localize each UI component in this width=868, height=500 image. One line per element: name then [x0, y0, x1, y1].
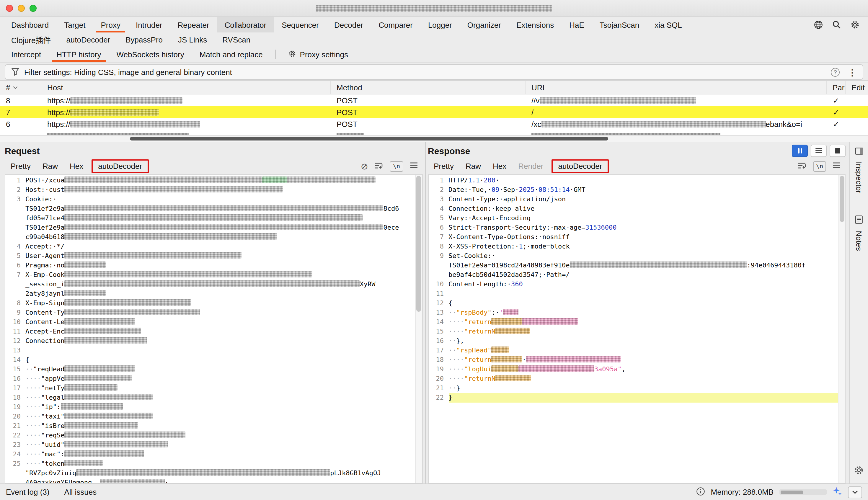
- ext-tab-rvscan[interactable]: RVScan: [215, 33, 258, 47]
- pause-updates-button[interactable]: [792, 144, 808, 157]
- request-title: Request: [5, 146, 40, 156]
- notes-tab[interactable]: Notes: [854, 231, 863, 251]
- newline-toggle[interactable]: \n: [390, 161, 403, 171]
- line-number: 4: [5, 242, 25, 251]
- notes-icon[interactable]: [855, 216, 863, 226]
- main-tab-extensions[interactable]: Extensions: [509, 17, 562, 33]
- help-icon[interactable]: ?: [831, 68, 839, 77]
- info-icon[interactable]: [696, 487, 705, 497]
- cell-url: /xcebank&o=i: [526, 120, 827, 128]
- main-tab-xia-sql[interactable]: xia SQL: [647, 17, 690, 33]
- redacted-content: [287, 177, 375, 183]
- column-header-method[interactable]: Method: [331, 81, 526, 94]
- column-header-url[interactable]: URL: [526, 81, 827, 94]
- column-header--[interactable]: #: [0, 81, 41, 94]
- more-options-icon[interactable]: ⋮: [848, 68, 857, 77]
- proxy-tab-websockets-history[interactable]: WebSockets history: [109, 47, 192, 62]
- redacted-content: [65, 413, 153, 419]
- main-tab-logger[interactable]: Logger: [420, 17, 460, 33]
- response-editor[interactable]: 1HTTP/1.1·200·2Date:·Tue,·09·Sep·2025·08…: [428, 174, 846, 484]
- code-line: 2aty8jaynl: [5, 289, 422, 299]
- request-tab-raw[interactable]: Raw: [37, 160, 64, 172]
- main-tab-target[interactable]: Target: [56, 17, 93, 33]
- soft-wrap-icon[interactable]: [375, 161, 384, 171]
- ext-tab-bypasspro[interactable]: BypassPro: [118, 33, 170, 47]
- request-tab-autodecoder[interactable]: autoDecoder: [91, 159, 148, 173]
- inspector-tab[interactable]: Inspector: [854, 162, 863, 193]
- cell-method: POST: [331, 120, 526, 128]
- proxy-tab-http-history[interactable]: HTTP history: [49, 47, 109, 62]
- history-horizontal-scrollbar[interactable]: [0, 135, 868, 142]
- all-issues-button[interactable]: All issues: [64, 488, 97, 497]
- column-header-host[interactable]: Host: [41, 81, 331, 94]
- request-scrollbar-thumb[interactable]: [416, 176, 421, 311]
- request-editor[interactable]: 1POST·/xcua2Host:·cust3Cookie:·TS01ef2e9…: [5, 174, 422, 484]
- menu-icon[interactable]: [409, 162, 418, 171]
- layout-rows-button[interactable]: [811, 144, 827, 157]
- response-tab-autodecoder[interactable]: autoDecoder: [552, 159, 609, 173]
- browser-globe-icon[interactable]: [814, 20, 823, 30]
- hide-nonprintable-icon[interactable]: ⊘: [361, 162, 368, 171]
- main-tab-collaborator[interactable]: Collaborator: [217, 17, 274, 33]
- mini-scrollbar-thumb[interactable]: [781, 490, 803, 494]
- code-line: TS01ef2e9a8cd6: [5, 204, 422, 214]
- redacted-content: [492, 346, 509, 353]
- column-header-edit[interactable]: Edit: [846, 81, 868, 94]
- newline-toggle[interactable]: \n: [813, 161, 826, 171]
- history-scrollbar-thumb[interactable]: [130, 137, 608, 140]
- history-row-partial[interactable]: [0, 130, 868, 135]
- chevron-down-button[interactable]: [848, 486, 862, 498]
- filter-settings-bar[interactable]: Filter settings: Hiding CSS, image and g…: [5, 64, 863, 80]
- code-line: 1POST·/xcua: [5, 176, 422, 185]
- request-tab-pretty[interactable]: Pretty: [5, 160, 37, 172]
- main-tab-dashboard[interactable]: Dashboard: [3, 17, 56, 33]
- settings-gear-icon[interactable]: [850, 20, 860, 30]
- response-tab-pretty[interactable]: Pretty: [428, 160, 460, 172]
- ext-tab-autodecoder[interactable]: autoDecoder: [58, 33, 118, 47]
- response-scrollbar-thumb[interactable]: [839, 176, 844, 222]
- proxy-tab-intercept[interactable]: Intercept: [3, 47, 49, 62]
- request-tabs: PrettyRawHexautoDecoder: [5, 159, 151, 173]
- main-tab-comparer[interactable]: Comparer: [371, 17, 420, 33]
- response-tab-hex[interactable]: Hex: [487, 160, 512, 172]
- redacted-content: [70, 97, 182, 104]
- history-row-8[interactable]: 8https://POST//v✓: [0, 94, 868, 106]
- layout-single-button[interactable]: [830, 144, 846, 157]
- request-vertical-scrollbar[interactable]: [415, 175, 422, 483]
- fullscreen-button[interactable]: [30, 5, 37, 12]
- main-tab-sequencer[interactable]: Sequencer: [274, 17, 327, 33]
- ext-tab-clojure插件[interactable]: Clojure插件: [3, 33, 58, 47]
- mini-scrollbar[interactable]: [779, 489, 827, 495]
- event-log-button[interactable]: Event log (3): [6, 488, 49, 497]
- response-vertical-scrollbar[interactable]: [838, 175, 845, 483]
- main-tab-decoder[interactable]: Decoder: [327, 17, 371, 33]
- ext-tab-js-links[interactable]: JS Links: [170, 33, 215, 47]
- response-tab-raw[interactable]: Raw: [460, 160, 487, 172]
- redacted-content: [65, 384, 118, 391]
- main-tab-hae[interactable]: HaE: [562, 17, 592, 33]
- tab-proxy-settings[interactable]: Proxy settings: [281, 47, 356, 62]
- dock-panel-icon[interactable]: [855, 146, 863, 157]
- close-button[interactable]: [6, 5, 13, 12]
- main-tab-intruder[interactable]: Intruder: [128, 17, 170, 33]
- burp-ai-sparkle-icon[interactable]: [833, 486, 842, 498]
- main-tab-organizer[interactable]: Organizer: [460, 17, 509, 33]
- proxy-tab-match-and-replace[interactable]: Match and replace: [192, 47, 270, 62]
- minimize-button[interactable]: [18, 5, 25, 12]
- main-tab-tsojanscan[interactable]: TsojanScan: [592, 17, 647, 33]
- history-row-6[interactable]: 6https://POST/xcebank&o=i✓: [0, 118, 868, 130]
- search-icon[interactable]: [832, 20, 842, 30]
- soft-wrap-icon[interactable]: [798, 161, 807, 171]
- history-row-7[interactable]: 7https://POST/✓: [0, 106, 868, 118]
- column-header-para[interactable]: Para: [827, 81, 846, 94]
- split-divider[interactable]: [422, 142, 428, 484]
- line-number: 7: [5, 270, 25, 280]
- response-tab-render[interactable]: Render: [512, 160, 549, 172]
- request-tab-hex[interactable]: Hex: [64, 160, 89, 172]
- main-tab-repeater[interactable]: Repeater: [170, 17, 217, 33]
- response-toolbar: \n: [798, 161, 846, 171]
- main-tab-proxy[interactable]: Proxy: [93, 17, 128, 33]
- editor-settings-gear-icon[interactable]: [854, 465, 864, 478]
- menu-icon[interactable]: [833, 162, 841, 171]
- code-line: 3Content-Type:·application/json: [428, 195, 845, 204]
